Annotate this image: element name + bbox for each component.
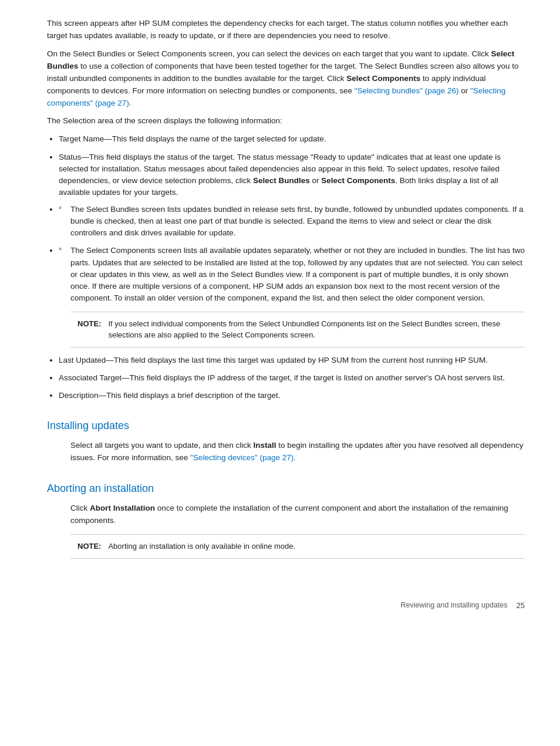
note-box-1: NOTE: If you select individual component… xyxy=(70,312,525,347)
selecting-bundles-link[interactable]: "Selecting bundles" (page 26) xyxy=(355,86,459,95)
bullet-status: Status—This field displays the status of… xyxy=(59,151,525,347)
intro-paragraph-2: On the Select Bundles or Select Componen… xyxy=(47,48,525,110)
sub-bullet-select-bundles: The Select Bundles screen lists updates … xyxy=(59,204,525,239)
page-footer: Reviewing and installing updates 25 xyxy=(47,594,525,612)
note-1-label: NOTE: xyxy=(77,318,101,330)
selection-area-intro: The Selection area of the screen display… xyxy=(47,115,525,127)
bullet-last-updated: Last Updated—This field displays the las… xyxy=(59,355,525,366)
main-bullet-list: Target Name—This field displays the name… xyxy=(59,133,525,401)
installing-updates-para: Select all targets you want to update, a… xyxy=(70,440,525,464)
bullet-description: Description—This field displays a brief … xyxy=(59,390,525,401)
sub-bullet-select-components: The Select Components screen lists all a… xyxy=(59,245,525,347)
aborting-installation-para: Click Abort Installation once to complet… xyxy=(70,502,525,527)
section-installing-updates-heading: Installing updates xyxy=(47,418,525,434)
footer-text: Reviewing and installing updates xyxy=(400,600,507,611)
intro-paragraph-1: This screen appears after HP SUM complet… xyxy=(47,18,525,42)
note-1-text: If you select individual components from… xyxy=(108,318,518,341)
page-content: This screen appears after HP SUM complet… xyxy=(47,18,525,612)
bullet-associated-target: Associated Target—This field displays th… xyxy=(59,372,525,384)
page-number: 25 xyxy=(517,600,525,612)
note-box-2: NOTE: Aborting an installation is only a… xyxy=(70,534,525,559)
aborting-installation-section: Click Abort Installation once to complet… xyxy=(70,502,525,558)
sub-bullet-list: The Select Bundles screen lists updates … xyxy=(59,204,525,347)
note-2-label: NOTE: xyxy=(77,541,101,552)
selecting-devices-link[interactable]: "Selecting devices" (page 27). xyxy=(190,453,296,462)
bullet-target-name: Target Name—This field displays the name… xyxy=(59,133,525,145)
note-2-text: Aborting an installation is only availab… xyxy=(108,541,295,552)
section-aborting-installation-heading: Aborting an installation xyxy=(47,481,525,497)
installing-updates-section: Select all targets you want to update, a… xyxy=(70,440,525,464)
